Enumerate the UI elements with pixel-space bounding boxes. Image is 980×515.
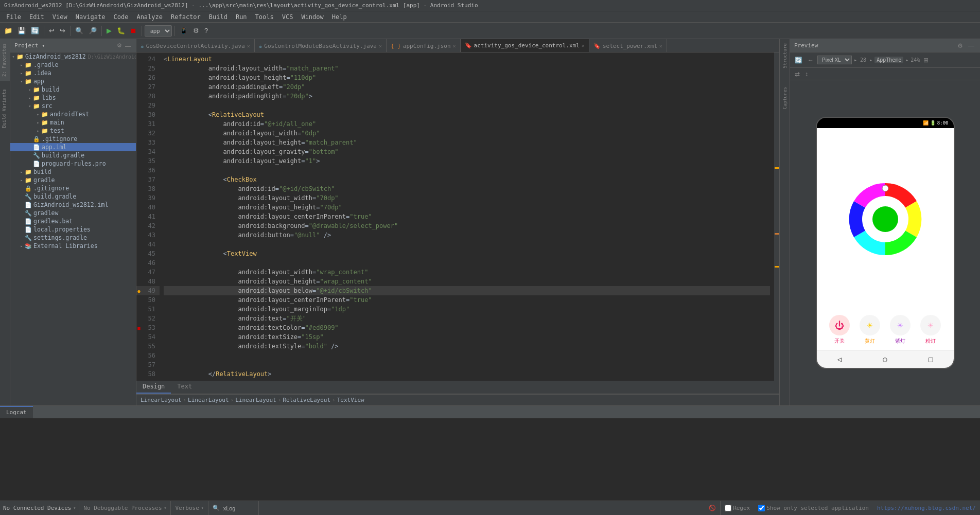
tree-root-buildgradle[interactable]: 🔧 build.gradle (10, 192, 136, 201)
logcat-content (0, 418, 980, 501)
structure-tab[interactable]: Structure (781, 39, 789, 73)
log-level-selector[interactable]: Verbose ▾ (171, 501, 208, 516)
clear-logcat-btn[interactable]: 🚫 (705, 501, 721, 516)
menu-navigate[interactable]: Navigate (72, 13, 110, 21)
root-label: GizAndroid_ws2812 (25, 53, 86, 60)
preview-height-btn[interactable]: ↕ (803, 70, 810, 78)
menu-refactor[interactable]: Refactor (167, 13, 205, 21)
log-filter-input[interactable]: 🔍 (208, 501, 259, 516)
linenum-33: 33 (142, 139, 160, 146)
linenum-49: 49 (142, 287, 160, 294)
tab-close-4[interactable]: ✕ (582, 43, 585, 48)
tab-select-power[interactable]: 🔖 select_power.xml ✕ (589, 39, 667, 52)
bc-linearlayout3[interactable]: LinearLayout (235, 397, 276, 403)
tab-gos-device-activity[interactable]: ☕ GosDeviceControlActivity.java ✕ (136, 39, 255, 52)
open-folder-btn[interactable]: 📁 (2, 24, 14, 38)
stop-btn[interactable]: ⏹ (128, 24, 139, 38)
design-tab[interactable]: Design (136, 381, 171, 394)
tree-app-gitignore[interactable]: 🔒 .gitignore (10, 135, 136, 143)
bc-textview[interactable]: TextView (337, 397, 364, 403)
bc-linearlayout2[interactable]: LinearLayout (188, 397, 229, 403)
tree-gradle-hidden[interactable]: ▸ 📁 .gradle (10, 61, 136, 69)
menu-code[interactable]: Code (110, 13, 133, 21)
bc-relativelayout[interactable]: RelativeLayout (283, 397, 330, 403)
tree-app-buildgradle[interactable]: 🔧 build.gradle (10, 151, 136, 159)
tab-close-1[interactable]: ✕ (247, 43, 250, 49)
captures-tab[interactable]: Captures (781, 83, 789, 113)
logcat-tab[interactable]: Logcat (0, 406, 33, 418)
menu-vcs[interactable]: VCS (278, 13, 297, 21)
menu-file[interactable]: File (2, 13, 25, 21)
tree-local-props[interactable]: 📄 local.properties (10, 225, 136, 234)
menu-tools[interactable]: Tools (251, 13, 278, 21)
preview-minimize-icon[interactable]: — (967, 42, 976, 50)
tree-root-build[interactable]: ▸ 📁 build (10, 168, 136, 176)
tree-settings-gradle[interactable]: 🔧 settings.gradle (10, 234, 136, 242)
sync-btn[interactable]: 🔄 (29, 24, 41, 38)
sdk-btn[interactable]: ⚙ (191, 24, 201, 38)
preview-theme-label[interactable]: AppTheme (874, 57, 903, 63)
tree-root-iml[interactable]: 📄 GizAndroid_ws2812.iml (10, 201, 136, 209)
menu-window[interactable]: Window (297, 13, 327, 21)
favorites-tab[interactable]: 2: Favorites (0, 39, 10, 81)
tree-test[interactable]: ▸ 📁 test (10, 127, 136, 135)
tree-gradlew[interactable]: 🔧 gradlew (10, 209, 136, 217)
tree-gradlew-bat[interactable]: 📄 gradlew.bat (10, 217, 136, 225)
tree-src[interactable]: ▾ 📁 src (10, 102, 136, 110)
debug-btn[interactable]: 🐛 (115, 24, 127, 38)
tree-root[interactable]: ▾ 📁 GizAndroid_ws2812 D:\GizWizAndroid\ (10, 52, 136, 61)
tab-gos-control-base[interactable]: ☕ GosControlModuleBaseActivity.java ✕ (255, 39, 387, 52)
menu-help[interactable]: Help (328, 13, 351, 21)
tree-libs[interactable]: ▸ 📁 libs (10, 94, 136, 102)
linenum-51: 51 (142, 306, 160, 313)
menu-analyze[interactable]: Analyze (132, 13, 167, 21)
help-btn[interactable]: ? (202, 24, 210, 38)
preview-gear-icon[interactable]: ⚙ (956, 42, 965, 50)
text-tab[interactable]: Text (171, 381, 198, 394)
project-gear-icon[interactable]: ⚙ (116, 42, 123, 49)
tree-app-build[interactable]: ▸ 📁 build (10, 85, 136, 94)
filter-input[interactable] (223, 505, 254, 511)
tab-close-5[interactable]: ✕ (659, 43, 662, 49)
tree-idea[interactable]: ▸ 📁 .idea (10, 69, 136, 77)
menu-view[interactable]: View (48, 13, 72, 21)
tree-proguard[interactable]: 📄 proguard-rules.pro (10, 159, 136, 168)
project-minimize-icon[interactable]: — (124, 42, 132, 49)
bc-linearlayout1[interactable]: LinearLayout (141, 397, 181, 403)
code-text-area[interactable]: <LinearLayout android:layout_width="matc… (160, 52, 774, 381)
device-selector[interactable]: No Connected Devices ▾ (0, 501, 79, 516)
undo-btn[interactable]: ↩ (47, 24, 57, 38)
show-only-checkbox[interactable] (758, 505, 765, 511)
tree-main[interactable]: ▸ 📁 main (10, 118, 136, 127)
process-selector[interactable]: No Debuggable Processes ▾ (79, 501, 171, 516)
redo-btn[interactable]: ↪ (58, 24, 67, 38)
regex-checkbox[interactable] (725, 505, 731, 511)
avd-btn[interactable]: 📱 (178, 24, 190, 38)
tab-close-2[interactable]: ✕ (379, 43, 382, 49)
build-variants-tab[interactable]: Build Variants (0, 85, 10, 132)
tree-androidtest[interactable]: ▸ 📁 androidTest (10, 110, 136, 118)
menu-run[interactable]: Run (232, 13, 251, 21)
preview-swap-btn[interactable]: ⇄ (793, 70, 801, 78)
tab-activity-xml[interactable]: 🔖 activity_gos_device_control.xml ✕ (461, 39, 589, 52)
tree-external-libs[interactable]: ▸ 📚 External Libraries (10, 242, 136, 250)
preview-device-select[interactable]: Pixel XL (817, 56, 852, 64)
tree-root-gradle[interactable]: ▸ 📁 gradle (10, 176, 136, 184)
menu-build[interactable]: Build (205, 13, 232, 21)
tree-app[interactable]: ▾ 📁 app (10, 77, 136, 85)
tab-close-3[interactable]: ✕ (453, 43, 456, 49)
tree-root-gitignore[interactable]: 🔒 .gitignore (10, 184, 136, 192)
run-btn[interactable]: ▶ (104, 24, 114, 38)
preview-zoom-fit-btn[interactable]: ⊞ (922, 56, 930, 64)
svg-point-2 (882, 185, 888, 191)
app-selector[interactable]: app (145, 25, 172, 37)
preview-back-btn[interactable]: ← (806, 56, 815, 64)
tab-appconfig[interactable]: { } appConfig.json ✕ (387, 39, 461, 52)
search-btn[interactable]: 🔍 (73, 24, 85, 38)
menu-edit[interactable]: Edit (25, 13, 48, 21)
project-panel-header: Project ▾ ⚙ — (10, 39, 136, 52)
find-btn[interactable]: 🔎 (86, 24, 99, 38)
preview-refresh-btn[interactable]: 🔄 (793, 56, 804, 64)
tree-app-iml[interactable]: 📄 app.iml (10, 143, 136, 151)
save-btn[interactable]: 💾 (15, 24, 28, 38)
